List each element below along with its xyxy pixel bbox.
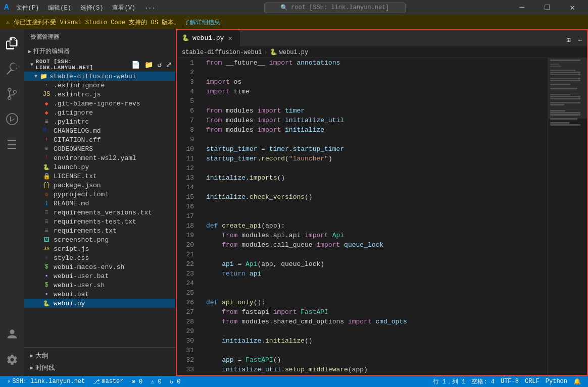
activity-explorer[interactable] <box>0 31 24 56</box>
list-item[interactable]: ≡ requirements.txt <box>24 226 175 235</box>
table-row[interactable]: import time <box>202 87 548 96</box>
table-row[interactable]: from modules import initialize_util <box>202 116 548 125</box>
table-row[interactable]: from fastapi import FastAPI <box>202 307 548 317</box>
table-row[interactable] <box>202 96 548 106</box>
table-row[interactable]: app = FastAPI() <box>202 355 548 365</box>
table-row[interactable] <box>202 211 548 221</box>
table-row[interactable]: startup_timer = timer.startup_timer <box>202 144 548 154</box>
table-row[interactable]: startup_timer.record("launcher") <box>202 154 548 163</box>
list-item[interactable]: JS .eslintrc.js <box>24 90 175 99</box>
activity-search[interactable] <box>0 57 24 81</box>
table-row[interactable] <box>202 135 548 144</box>
status-spaces[interactable]: 空格: 4 <box>468 376 498 387</box>
table-row[interactable]: initialize_util.setup_middleware(app) <box>202 365 548 374</box>
folder-stable-diffusion-webui[interactable]: ▼ 📁 stable-diffusion-webui <box>24 72 175 81</box>
status-errors[interactable]: ⊗ 0 <box>128 376 145 387</box>
status-language[interactable]: Python <box>543 376 570 387</box>
code-content[interactable]: from __future__ import annotations impor… <box>202 58 548 376</box>
maximize-button[interactable]: □ <box>535 0 559 15</box>
table-row[interactable] <box>202 68 548 77</box>
activity-run[interactable] <box>0 107 24 131</box>
list-item[interactable]: ◆ .gitignore <box>24 108 175 117</box>
table-row[interactable]: initialize.check_versions() <box>202 192 548 202</box>
breadcrumb-root[interactable]: stable-diffusion-webui <box>182 49 262 56</box>
table-row[interactable]: import os <box>202 77 548 87</box>
table-row[interactable]: from modules import initialize <box>202 125 548 135</box>
status-warnings[interactable]: ⚠ 0 <box>148 376 165 387</box>
table-row[interactable]: initialize.initialize() <box>202 336 548 346</box>
list-item[interactable]: ! CITATION.cff <box>24 135 175 144</box>
list-item[interactable]: M↓ CHANGELOG.md <box>24 126 175 135</box>
activity-extensions[interactable] <box>0 132 24 156</box>
outline-section[interactable]: ▶ 大纲 <box>24 350 175 362</box>
menu-select[interactable]: 选择(S) <box>76 3 108 13</box>
table-row[interactable] <box>202 202 548 211</box>
menu-file[interactable]: 文件(F) <box>12 3 43 13</box>
table-row[interactable]: from modules.call_queue import queue_loc… <box>202 240 548 250</box>
refresh-icon[interactable]: ↺ <box>156 60 163 70</box>
list-item[interactable]: · .eslintignore <box>24 81 175 90</box>
list-item[interactable]: ≡ requirements-test.txt <box>24 217 175 226</box>
titlebar-search-text[interactable]: root [SSH: link.lanyun.net] <box>291 4 389 11</box>
menu-more[interactable]: ... <box>140 3 160 13</box>
tab-webui-py[interactable]: 🐍 webui.py ✕ <box>176 29 240 46</box>
list-item[interactable]: ▪ webui-user.bat <box>24 271 175 281</box>
list-item[interactable]: ◆ .git-blame-ignore-revs <box>24 99 175 108</box>
more-actions-icon[interactable]: ⋯ <box>576 34 584 46</box>
list-item[interactable]: ℹ README.md <box>24 199 175 208</box>
list-item[interactable]: {} package.json <box>24 181 175 190</box>
tab-close-button[interactable]: ✕ <box>227 33 233 43</box>
collapse-icon[interactable]: ⤢ <box>165 60 173 70</box>
table-row[interactable]: api = Api(app, queue_lock) <box>202 259 548 269</box>
list-item[interactable]: 🖼 screenshot.png <box>24 235 175 244</box>
table-row[interactable]: return api <box>202 269 548 279</box>
status-sync[interactable]: ↻ 0 <box>167 376 184 387</box>
list-item[interactable]: ⚙ pyproject.toml <box>24 190 175 199</box>
new-folder-icon[interactable]: 📁 <box>143 60 155 70</box>
split-editor-icon[interactable]: ⊞ <box>564 34 572 46</box>
new-file-icon[interactable]: 📄 <box>130 60 141 70</box>
open-editors-header[interactable]: ▶ 打开的编辑器 <box>24 45 175 58</box>
table-row[interactable] <box>202 326 548 336</box>
table-row[interactable] <box>202 183 548 192</box>
list-item[interactable]: ≡ CODEOWNERS <box>24 144 175 153</box>
list-item[interactable]: 🔒 LICENSE.txt <box>24 172 175 181</box>
list-item[interactable]: ▪ webui.bat <box>24 290 175 299</box>
status-bell[interactable]: 🔔 <box>570 376 584 387</box>
table-row[interactable] <box>202 288 548 298</box>
status-branch[interactable]: ⎇ master <box>90 376 126 387</box>
activity-settings[interactable] <box>0 348 24 372</box>
warning-link[interactable]: 了解详细信息 <box>184 18 220 27</box>
table-row[interactable] <box>202 279 548 288</box>
activity-accounts[interactable] <box>0 322 24 347</box>
table-row[interactable]: from modules import timer <box>202 106 548 116</box>
table-row[interactable]: from __future__ import annotations <box>202 58 548 68</box>
minimize-button[interactable]: ─ <box>510 0 533 15</box>
list-item[interactable]: # style.css <box>24 253 175 262</box>
list-item[interactable]: ! environment-wsl2.yaml <box>24 153 175 162</box>
table-row[interactable]: from modules.shared_cmd_options import c… <box>202 317 548 326</box>
status-encoding[interactable]: UTF-8 <box>498 376 522 387</box>
list-item[interactable]: JS script.js <box>24 244 175 253</box>
table-row[interactable] <box>202 346 548 355</box>
activity-source-control[interactable] <box>0 82 24 106</box>
timeline-section[interactable]: ▶ 时间线 <box>24 362 175 374</box>
list-item-webui-py[interactable]: 🐍 webui.py <box>24 299 175 308</box>
table-row[interactable]: def create_api(app): <box>202 221 548 231</box>
list-item[interactable]: $ webui-user.sh <box>24 281 175 290</box>
table-row[interactable]: from modules.api.api import Api <box>202 231 548 240</box>
list-item[interactable]: ≡ .pylintrc <box>24 117 175 126</box>
table-row[interactable]: def api_only(): <box>202 298 548 307</box>
list-item[interactable]: 🐍 launch.py <box>24 162 175 172</box>
menu-view[interactable]: 查看(V) <box>108 3 139 13</box>
status-ssh[interactable]: ⚡ SSH: link.lanyun.net <box>4 376 88 387</box>
close-button[interactable]: ✕ <box>561 0 584 15</box>
list-item[interactable]: ≡ requirements_versions.txt <box>24 208 175 217</box>
menu-edit[interactable]: 编辑(E) <box>44 3 75 13</box>
table-row[interactable]: initialize.imports() <box>202 173 548 183</box>
status-position[interactable]: 行 1，列 1 <box>430 376 469 387</box>
breadcrumb-file[interactable]: webui.py <box>279 49 309 56</box>
list-item[interactable]: $ webui-macos-env.sh <box>24 262 175 271</box>
table-row[interactable] <box>202 250 548 259</box>
status-line-ending[interactable]: CRLF <box>522 376 543 387</box>
